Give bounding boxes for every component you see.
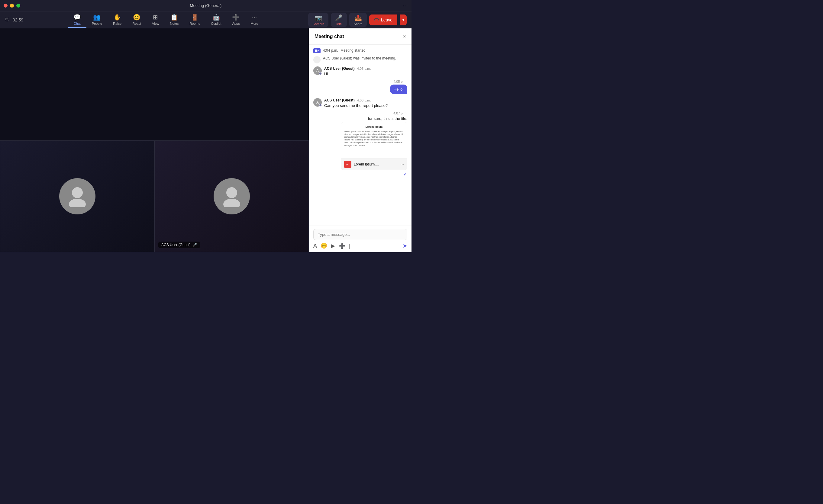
msg-received-hi: A ACS User (Guest) 4:05 p.m. Hi [313, 66, 407, 77]
camera-button[interactable]: 📷 Camera [308, 13, 328, 27]
msg-sent-hello-container: 4:05 p.m. Hello! [313, 80, 407, 94]
invited-text: ACS User (Guest) was invited to the meet… [323, 56, 396, 60]
nav-item-react[interactable]: 😊 React [127, 12, 147, 28]
svg-point-1 [69, 199, 86, 207]
message-delivered-check: ✓ [403, 171, 407, 177]
window-controls[interactable] [4, 4, 20, 8]
msg-report-sender-row: ACS User (Guest) 4:06 p.m. [324, 98, 407, 102]
chat-close-button[interactable]: × [403, 33, 406, 40]
participant-mute-icon: 🎤 [192, 243, 197, 247]
guest-user-avatar [214, 178, 250, 214]
nav-item-copilot[interactable]: 🤖 Copilot [205, 12, 226, 28]
msg-report-bubble: Can you send me the report please? [324, 103, 407, 108]
svg-rect-4 [315, 49, 317, 52]
chat-message-input[interactable] [313, 229, 407, 240]
msg-hello-bubble: Hello! [390, 84, 407, 94]
meeting-started-time: 4:04 p.m. [323, 48, 338, 52]
msg-hi-time: 4:05 p.m. [357, 67, 371, 70]
chat-input-area: A 😊 ▶ ➕ | ➤ [309, 226, 412, 252]
svg-point-0 [72, 187, 83, 198]
react-nav-label: React [132, 22, 141, 25]
msg-hi-sender-row: ACS User (Guest) 4:05 p.m. [324, 66, 407, 71]
nav-item-more[interactable]: ··· More [245, 12, 264, 28]
copilot-nav-label: Copilot [211, 22, 221, 25]
nav-item-view[interactable]: ⊞ View [147, 12, 165, 28]
nav-item-notes[interactable]: 📋 Notes [165, 12, 184, 28]
system-msg-meeting-started: 4:04 p.m. Meeting started [313, 48, 407, 53]
meeting-started-text: Meeting started [340, 48, 366, 52]
nav-item-apps[interactable]: ➕ Apps [226, 12, 245, 28]
acs-user-avatar-2: A [313, 98, 322, 106]
acs-user-avatar: A [313, 66, 322, 75]
invited-icon [313, 56, 321, 63]
video-bottom-row: ACS User (Guest) 🎤 [0, 141, 309, 252]
msg-report-sender: ACS User (Guest) [324, 98, 355, 102]
minimize-window-button[interactable] [10, 4, 14, 8]
shield-icon: 🛡 [5, 17, 10, 23]
msg-hello-time: 4:05 p.m. [393, 80, 407, 83]
chat-nav-label: Chat [74, 22, 81, 25]
gif-button[interactable]: ▶ [331, 243, 335, 249]
apps-nav-icon: ➕ [232, 14, 239, 21]
file-more-button[interactable]: ··· [400, 162, 404, 167]
react-nav-icon: 😊 [133, 14, 141, 21]
msg-report-time: 4:06 p.m. [357, 98, 371, 102]
toolbar-right: 📷 Camera 🎤 Mic 📤 Share 📞 Leave ▾ [308, 13, 407, 27]
file-name-label: Lorem ipsum.... [354, 162, 398, 167]
mic-button[interactable]: 🎤 Mic [331, 13, 347, 27]
format-text-button[interactable]: A [313, 243, 317, 249]
svg-point-2 [226, 187, 237, 198]
leave-button[interactable]: 📞 Leave [369, 14, 397, 25]
rooms-nav-label: Rooms [189, 22, 200, 25]
participant-name-text: ACS User (Guest) [161, 243, 191, 247]
msg-file-time: 4:07 p.m. [393, 111, 407, 115]
msg-hi-bubble: Hi [324, 71, 407, 77]
chat-input-toolbar: A 😊 ▶ ➕ | ➤ [313, 243, 407, 249]
participant-name-label: ACS User (Guest) 🎤 [158, 242, 200, 248]
window-title: Meeting (General) [190, 3, 222, 8]
view-nav-label: View [152, 22, 159, 25]
file-type-icon: W [344, 161, 351, 168]
svg-point-3 [223, 199, 240, 207]
share-label: Share [353, 22, 362, 26]
nav-item-raise[interactable]: ✋ Raise [108, 12, 127, 28]
titlebar-more-icon[interactable]: ⋯ [402, 2, 408, 9]
file-footer: W Lorem ipsum.... ··· [341, 159, 407, 170]
video-top-empty [0, 28, 309, 141]
more-options-button[interactable]: | [349, 243, 350, 249]
msg-report-content: ACS User (Guest) 4:06 p.m. Can you send … [324, 98, 407, 108]
toolbar-left: 🛡 02:59 [5, 17, 23, 23]
notes-nav-icon: 📋 [170, 14, 178, 21]
maximize-window-button[interactable] [16, 4, 20, 8]
svg-marker-5 [318, 50, 319, 52]
leave-dropdown-button[interactable]: ▾ [400, 14, 407, 25]
attach-button[interactable]: ➕ [339, 243, 345, 249]
close-window-button[interactable] [4, 4, 8, 8]
people-nav-label: People [92, 22, 102, 25]
file-card[interactable]: Lorem ipsum Lorem ipsum dolor sit amet, … [341, 122, 407, 170]
toolbar-nav: 💬 Chat 👥 People ✋ Raise 😊 React ⊞ View 📋… [23, 12, 308, 28]
emoji-button[interactable]: 😊 [321, 243, 327, 249]
share-button[interactable]: 📤 Share [349, 13, 366, 27]
rooms-nav-icon: 🚪 [191, 14, 198, 21]
nav-item-rooms[interactable]: 🚪 Rooms [184, 12, 205, 28]
chat-nav-icon: 💬 [73, 14, 81, 21]
view-nav-icon: ⊞ [153, 14, 158, 21]
mic-label: Mic [336, 22, 341, 26]
mic-icon: 🎤 [335, 14, 343, 21]
nav-item-chat[interactable]: 💬 Chat [68, 12, 87, 28]
msg-sent-file-container: 4:07 p.m. for sure, this is the file: Lo… [313, 111, 407, 177]
avatar-status-dot [319, 72, 322, 75]
more-nav-label: More [251, 22, 258, 25]
titlebar: Meeting (General) ⋯ [0, 0, 412, 11]
leave-label: Leave [381, 17, 392, 22]
chat-messages-list: 4:04 p.m. Meeting started ACS User (Gues… [309, 45, 412, 226]
system-msg-invited: ACS User (Guest) was invited to the meet… [313, 56, 407, 63]
nav-item-people[interactable]: 👥 People [87, 12, 108, 28]
notes-nav-label: Notes [170, 22, 179, 25]
send-message-button[interactable]: ➤ [403, 243, 407, 249]
apps-nav-label: Apps [232, 22, 239, 25]
meeting-timer: 02:59 [13, 17, 23, 22]
chat-panel: Meeting chat × 4:04 p.m. Meeting started… [309, 28, 412, 252]
video-tile-guest: ACS User (Guest) 🎤 [154, 141, 309, 252]
